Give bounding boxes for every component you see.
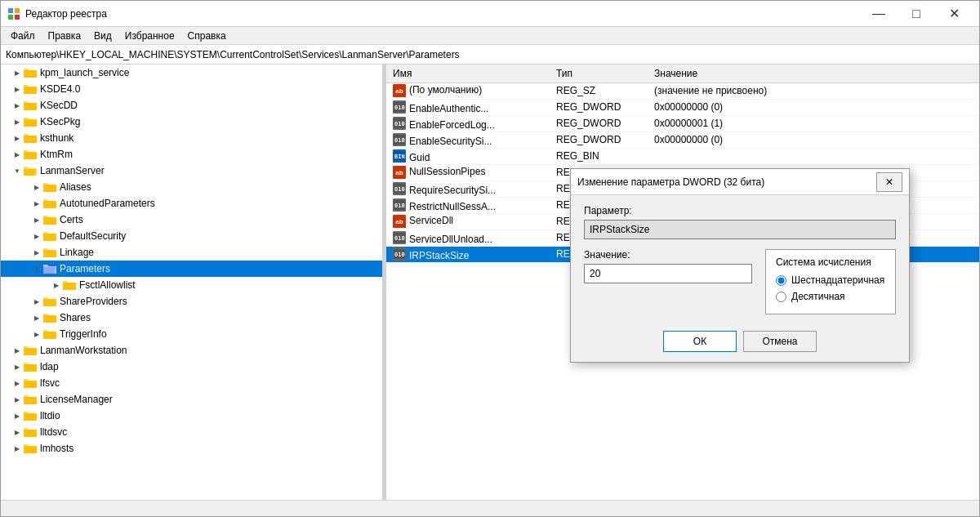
table-row[interactable]: ab(По умолчанию)REG_SZ(значение не присв… xyxy=(386,82,979,99)
tree-item-ksde[interactable]: ▶ KSDE4.0 xyxy=(1,81,382,97)
tree-item-linkage[interactable]: ▶ Linkage xyxy=(1,244,382,261)
menu-edit[interactable]: Правка xyxy=(42,29,88,43)
reg-type-cell: REG_SZ xyxy=(550,82,648,99)
maximize-button[interactable]: □ xyxy=(898,1,935,27)
chevron-icon: ▶ xyxy=(30,311,43,324)
tree-item-label: KtmRm xyxy=(40,149,73,160)
tree-item-ktmrm[interactable]: ▶ KtmRm xyxy=(1,146,382,163)
svg-text:010: 010 xyxy=(394,137,405,144)
close-button[interactable]: ✕ xyxy=(935,1,973,27)
tree-item-aliases[interactable]: ▶ Aliases xyxy=(1,179,382,195)
tree-item-defaultsecurity[interactable]: ▶ DefaultSecurity xyxy=(1,228,382,244)
reg-name-cell: abServiceDll xyxy=(386,213,550,230)
menu-file[interactable]: Файл xyxy=(4,29,42,43)
radio-hex-label[interactable]: Шестнадцатеричная xyxy=(791,274,884,286)
tree-item-lltdio[interactable]: ▶ lltdio xyxy=(1,408,382,424)
folder-icon xyxy=(24,82,37,96)
svg-rect-3 xyxy=(15,15,20,20)
tree-item-ksthunk[interactable]: ▶ ksthunk xyxy=(1,130,382,146)
tree-item-lfsvc[interactable]: ▶ lfsvc xyxy=(1,375,382,391)
col-name: Имя xyxy=(386,65,550,82)
tree-item-label: Certs xyxy=(60,214,83,225)
tree-item-label: lmhosts xyxy=(40,443,74,454)
folder-icon xyxy=(24,99,37,112)
tree-item-ksecdd[interactable]: ▶ KSecDD xyxy=(1,97,382,114)
svg-text:010: 010 xyxy=(394,186,405,193)
reg-type-icon: 010 xyxy=(393,117,406,130)
tree-item-shares[interactable]: ▶ Shares xyxy=(1,310,382,326)
tree-item-ksecpkg[interactable]: ▶ KSecPkg xyxy=(1,114,382,130)
svg-text:010: 010 xyxy=(394,105,405,111)
svg-text:BIN: BIN xyxy=(394,154,405,160)
folder-icon xyxy=(43,295,56,308)
folder-icon xyxy=(43,328,56,341)
tree-item-licensemanager[interactable]: ▶ LicenseManager xyxy=(1,391,382,408)
folder-open-icon xyxy=(24,164,37,177)
folder-icon xyxy=(43,311,56,324)
tree-item-ldap[interactable]: ▶ ldap xyxy=(1,359,382,375)
folder-icon xyxy=(43,213,56,226)
chevron-icon: ▶ xyxy=(50,279,63,292)
tree-item-label: DefaultSecurity xyxy=(60,230,126,242)
tree-item-shareproviders[interactable]: ▶ ShareProviders xyxy=(1,293,382,310)
reg-value-cell: 0x00000001 (1) xyxy=(648,115,979,131)
tree-item-autotuned[interactable]: ▶ AutotunedParameters xyxy=(1,195,382,212)
cancel-button[interactable]: Отмена xyxy=(743,331,817,352)
reg-type-icon: 010 xyxy=(393,100,406,114)
reg-name-cell: ab(По умолчанию) xyxy=(386,82,550,99)
tree-item-lanmanworkstation[interactable]: ▶ LanmanWorkstation xyxy=(1,342,382,359)
tree-item-lmhosts[interactable]: ▶ lmhosts xyxy=(1,440,382,457)
numbase-label: Система исчисления xyxy=(776,256,885,268)
tree-item-certs[interactable]: ▶ Certs xyxy=(1,212,382,228)
chevron-icon: ▶ xyxy=(11,377,24,390)
tree-item-label: lltdsvc xyxy=(40,426,67,438)
menu-favorites[interactable]: Избранное xyxy=(118,29,181,43)
chevron-expand-icon: ▼ xyxy=(30,262,43,275)
address-bar: Компьютер\HKEY_LOCAL_MACHINE\SYSTEM\Curr… xyxy=(1,45,979,65)
reg-type-icon: 010 xyxy=(393,247,406,261)
menu-view[interactable]: Вид xyxy=(87,29,118,43)
folder-icon xyxy=(24,360,37,373)
reg-name-cell: BINGuid xyxy=(386,148,550,164)
ok-button[interactable]: ОК xyxy=(663,331,737,352)
dialog-body: Параметр: Значение: Система исчисления Ш… xyxy=(571,195,909,362)
dialog-footer: ОК Отмена xyxy=(584,328,896,352)
table-row[interactable]: 010EnableForcedLog...REG_DWORD0x00000001… xyxy=(386,115,979,131)
tree-item-triggerinfo[interactable]: ▶ TriggerInfo xyxy=(1,326,382,342)
app-icon xyxy=(7,7,20,20)
dialog-close-button[interactable]: ✕ xyxy=(876,172,902,192)
dword-edit-dialog[interactable]: Изменение параметра DWORD (32 бита) ✕ Па… xyxy=(570,168,910,363)
registry-tree[interactable]: ▶ kpm_launch_service ▶ KSDE4.0 ▶ KSecDD xyxy=(1,65,383,500)
address-path[interactable]: Компьютер\HKEY_LOCAL_MACHINE\SYSTEM\Curr… xyxy=(6,49,460,60)
radio-hex-item[interactable]: Шестнадцатеричная xyxy=(776,274,885,286)
reg-name-cell: 010ServiceDllUnload... xyxy=(386,230,550,246)
chevron-icon: ▶ xyxy=(11,393,24,406)
folder-icon xyxy=(24,409,37,422)
param-input[interactable] xyxy=(584,220,896,239)
reg-type-icon: 010 xyxy=(393,198,406,212)
radio-dec-input[interactable] xyxy=(776,292,786,302)
tree-item-lanmanserver[interactable]: ▼ LanmanServer xyxy=(1,163,382,179)
table-row[interactable]: 010EnableAuthentic...REG_DWORD0x00000000… xyxy=(386,99,979,115)
window-controls: — □ ✕ xyxy=(860,1,973,27)
tree-item-parameters[interactable]: ▼ Parameters xyxy=(1,261,382,277)
table-row[interactable]: 010EnableSecuritySi...REG_DWORD0x0000000… xyxy=(386,131,979,148)
folder-icon xyxy=(43,246,56,259)
minimize-button[interactable]: — xyxy=(860,1,898,27)
tree-item-label: LanmanWorkstation xyxy=(40,345,127,356)
svg-rect-0 xyxy=(8,8,13,13)
tree-item-kpm[interactable]: ▶ kpm_launch_service xyxy=(1,65,382,81)
svg-text:010: 010 xyxy=(394,235,405,242)
radio-dec-item[interactable]: Десятичная xyxy=(776,291,885,302)
tree-item-label: FsctlAllowlist xyxy=(79,279,136,291)
menu-help[interactable]: Справка xyxy=(181,29,233,43)
radio-dec-label[interactable]: Десятичная xyxy=(791,291,845,302)
tree-item-fsctlallowlist[interactable]: ▶ FsctlAllowlist xyxy=(1,277,382,293)
tree-item-lltdsvc[interactable]: ▶ lltdsvc xyxy=(1,424,382,440)
value-input[interactable] xyxy=(584,264,752,283)
svg-text:010: 010 xyxy=(394,203,405,209)
folder-icon xyxy=(24,344,37,357)
table-row[interactable]: BINGuidREG_BIN xyxy=(386,148,979,164)
dialog-title-bar: Изменение параметра DWORD (32 бита) ✕ xyxy=(571,169,909,195)
radio-hex-input[interactable] xyxy=(776,275,786,286)
